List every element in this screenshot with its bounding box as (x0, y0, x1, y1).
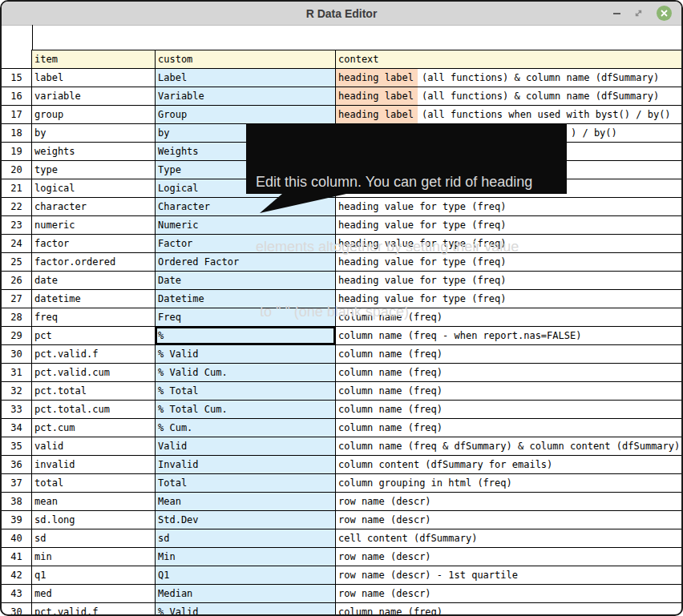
cell-item[interactable]: pct.cum (32, 419, 156, 437)
context-text: column name (freq) (336, 606, 443, 616)
cell-custom[interactable]: Label (156, 69, 336, 87)
cell-custom[interactable]: Q1 (156, 566, 336, 584)
cell-item[interactable]: label (32, 69, 156, 87)
cell-context[interactable]: column grouping in html (freq) (336, 474, 681, 492)
cell-custom[interactable]: % Total Cum. (156, 401, 336, 418)
row-number: 26 (2, 272, 32, 289)
cell-item[interactable]: min (32, 548, 156, 566)
context-text: row name (descr) (336, 496, 431, 507)
column-header-context[interactable]: context (336, 50, 681, 68)
cell-item[interactable]: invalid (32, 456, 156, 473)
context-text: column name (freq) (336, 422, 443, 433)
context-text: column name (freq) (336, 404, 443, 415)
cell-custom[interactable]: Std.Dev (156, 511, 336, 529)
cell-context[interactable]: column content (dfSummary for emails) (336, 456, 681, 473)
cell-context[interactable]: row name (descr) (336, 511, 681, 529)
cell-context[interactable]: row name (descr) (336, 548, 681, 566)
cell-item[interactable]: weights (32, 143, 156, 160)
row-number: 30 (2, 345, 32, 363)
cell-item[interactable]: variable (32, 87, 156, 105)
cell-item[interactable]: med (32, 585, 156, 602)
cell-item[interactable]: pct (32, 327, 156, 344)
table-row: 40 sd sd cell content (dfSummary) (2, 529, 681, 548)
cell-custom[interactable]: % Valid (156, 603, 336, 616)
minimize-icon[interactable] (613, 13, 620, 14)
row-number: 33 (2, 401, 32, 418)
cell-item[interactable]: character (32, 198, 156, 215)
cell-item[interactable]: sd.long (32, 511, 156, 529)
table-row: 36 invalid Invalid column content (dfSum… (2, 456, 681, 474)
restore-icon[interactable] (634, 9, 643, 18)
row-number: 17 (2, 106, 32, 123)
cell-custom[interactable]: Median (156, 585, 336, 602)
cell-custom[interactable]: Min (156, 548, 336, 566)
cell-context[interactable]: row name (descr) (336, 493, 681, 510)
cell-context[interactable]: row name (descr) - 1st quartile (336, 566, 681, 584)
cell-item[interactable]: pct.total.cum (32, 401, 156, 418)
title-bar[interactable]: R Data Editor (2, 2, 681, 26)
heading-label-highlight: heading label (336, 69, 418, 87)
context-text-partial: ) / by() (571, 127, 617, 139)
cell-item[interactable]: pct.valid.f (32, 345, 156, 363)
cell-custom[interactable]: Variable (156, 87, 336, 105)
cell-item[interactable]: q1 (32, 566, 156, 584)
table-header-row: item custom context (2, 50, 681, 69)
cell-item[interactable]: pct.total (32, 382, 156, 400)
row-number: 23 (2, 216, 32, 234)
cell-custom[interactable]: Total (156, 474, 336, 492)
cell-item[interactable]: sd (32, 529, 156, 547)
cell-context[interactable]: row name (descr) (336, 585, 681, 602)
tooltip-tail (246, 194, 358, 215)
heading-label-highlight: heading label (336, 87, 418, 105)
cell-context[interactable]: column name (freq) (336, 382, 681, 400)
close-icon[interactable] (657, 6, 672, 21)
cell-context[interactable]: column name (freq) (336, 364, 681, 381)
cell-item[interactable]: type (32, 161, 156, 179)
cell-custom[interactable]: Valid (156, 437, 336, 455)
cell-item[interactable]: pct.valid.f (32, 603, 156, 616)
cell-context[interactable]: heading label(all functions when used wi… (336, 106, 681, 123)
context-text: (all functions when used with byst() / b… (418, 109, 671, 120)
cell-context[interactable]: column name (freq & dfSummary) & column … (336, 437, 681, 455)
cell-context[interactable]: column name (freq) (336, 401, 681, 418)
cell-custom[interactable]: sd (156, 529, 336, 547)
cell-context[interactable]: column name (freq) (336, 603, 681, 616)
column-header-custom[interactable]: custom (156, 50, 336, 68)
cell-custom[interactable]: % Total (156, 382, 336, 400)
cell-item[interactable]: freq (32, 308, 156, 326)
context-text: column name (freq) (336, 367, 443, 378)
row-number: 20 (2, 161, 32, 179)
cell-item[interactable]: pct.valid.cum (32, 364, 156, 381)
cell-item[interactable]: numeric (32, 216, 156, 234)
cell-custom[interactable]: Invalid (156, 456, 336, 473)
cell-item[interactable]: valid (32, 437, 156, 455)
table-row: 42 q1 Q1 row name (descr) - 1st quartile (2, 566, 681, 585)
cell-item[interactable]: mean (32, 493, 156, 510)
cell-item[interactable]: factor (32, 235, 156, 252)
cell-item[interactable]: total (32, 474, 156, 492)
tooltip-line: Edit this column. You can get rid of hea… (256, 171, 567, 193)
cell-item[interactable]: group (32, 106, 156, 123)
cell-context[interactable]: cell content (dfSummary) (336, 529, 681, 547)
context-text: column content (dfSummary for emails) (336, 459, 552, 470)
column-header-item[interactable]: item (32, 50, 156, 68)
cell-item[interactable]: date (32, 272, 156, 289)
context-text: row name (descr) - 1st quartile (336, 570, 518, 581)
cell-item[interactable]: by (32, 124, 156, 142)
cell-context[interactable]: heading label(all functions) & column na… (336, 87, 681, 105)
cell-item[interactable]: factor.ordered (32, 253, 156, 271)
cell-custom[interactable]: % Cum. (156, 419, 336, 437)
row-number: 32 (2, 382, 32, 400)
cell-item[interactable]: logical (32, 179, 156, 197)
heading-label-highlight: heading label (336, 106, 418, 123)
cell-custom[interactable]: % Valid Cum. (156, 364, 336, 381)
row-number: 38 (2, 493, 32, 510)
cell-custom[interactable]: Mean (156, 493, 336, 510)
cell-context[interactable]: column name (freq) (336, 419, 681, 437)
table-row: 33 pct.total.cum % Total Cum. column nam… (2, 401, 681, 419)
cell-item[interactable]: datetime (32, 290, 156, 308)
row-number: 22 (2, 198, 32, 215)
row-number: 35 (2, 437, 32, 455)
cell-context[interactable]: heading label(all functions) & column na… (336, 69, 681, 87)
cell-custom[interactable]: Group (156, 106, 336, 123)
